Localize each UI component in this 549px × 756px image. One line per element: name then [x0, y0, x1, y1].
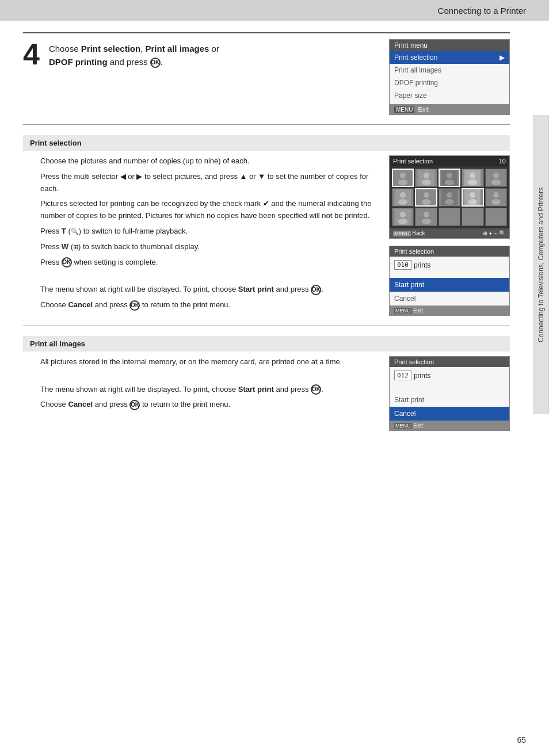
thumb-cell-5	[485, 169, 507, 187]
thumb-cell-11	[392, 208, 414, 226]
section-print-all-text: All pictures stored in the internal memo…	[23, 356, 389, 431]
pa-p2-mid: and press	[274, 385, 311, 394]
step-row: 4 Choose Print selection, Print all imag…	[23, 39, 510, 125]
ok-btn-inline2: OK	[311, 285, 321, 295]
pa-p3-before: Choose	[40, 400, 68, 408]
section-print-all-header: Print all images	[23, 336, 510, 352]
thumb-footer: MENU Back ⊕ + − 🔍	[390, 228, 509, 238]
step-bold1: Print selection	[81, 44, 140, 54]
prints-label-2: prints	[414, 372, 430, 380]
svg-point-14	[491, 180, 501, 185]
svg-point-35	[422, 219, 431, 224]
prints-count-1: 010	[394, 260, 411, 270]
confirm-cancel-2[interactable]: Cancel	[390, 407, 509, 421]
step-after: and press	[108, 57, 150, 67]
svg-point-1	[400, 173, 406, 178]
step-or: or	[209, 44, 219, 54]
pa-para3: Choose Cancel and press OK to return to …	[40, 399, 378, 411]
print-menu-item-label-2: DPOF printing	[394, 79, 438, 87]
page-number: 65	[517, 735, 526, 744]
thumb-cell-13	[439, 208, 460, 226]
step-period: .	[161, 57, 163, 67]
print-menu-footer: MENU Exit	[390, 104, 509, 114]
ps-para7: The menu shown at right will be displaye…	[40, 284, 378, 296]
section-print-selection-content: Choose the pictures and number of copies…	[23, 155, 510, 326]
cancel-label-2: Cancel	[394, 410, 415, 418]
thumb-cell-10	[485, 188, 507, 207]
thumb-cell-8	[439, 188, 460, 207]
print-menu-item-1[interactable]: Print all images	[390, 64, 509, 77]
section-print-selection-images: Print selection 10	[389, 155, 510, 316]
svg-point-13	[493, 173, 499, 178]
svg-point-28	[493, 192, 499, 198]
confirm-prints-1: 010 prints	[390, 257, 509, 273]
ok-btn-inline4: OK	[311, 384, 321, 395]
svg-point-29	[491, 199, 501, 205]
confirm-prints-2: 012 prints	[390, 367, 509, 384]
thumb-cell-6	[392, 188, 414, 207]
svg-point-2	[398, 180, 407, 185]
print-menu-box: Print menu Print selection ▶ Print all i…	[389, 39, 510, 115]
thumb-screen: Print selection 10	[389, 155, 510, 239]
ps-para5: Press W (⊞) to switch back to thumbnail …	[40, 241, 378, 253]
exit-label-2: Exit	[413, 422, 423, 429]
page-header: Connecting to a Printer	[0, 0, 549, 21]
confirm-box-1: Print selection 010 prints Start print C…	[389, 246, 510, 316]
pa-p2-after: .	[321, 385, 323, 394]
side-tab: Connecting to Televisions, Computers and…	[533, 115, 549, 414]
step-ok-btn: OK	[150, 58, 161, 68]
ps-para3: Pictures selected for printing can be re…	[40, 198, 378, 222]
print-menu-item-label-0: Print selection	[394, 54, 437, 62]
thumb-grid	[390, 166, 509, 228]
ok-btn-inline1: OK	[62, 257, 72, 268]
thumb-cell-4	[462, 169, 483, 187]
cancel-label-1: Cancel	[394, 295, 415, 303]
step-bold2: Print all images	[146, 44, 209, 54]
start-print-label-1: Start print	[394, 281, 424, 289]
confirm-cancel-1[interactable]: Cancel	[390, 292, 509, 306]
menu-label: MENU	[394, 106, 414, 113]
print-menu-item-3[interactable]: Paper size	[390, 89, 509, 102]
print-menu-title: Print menu	[390, 40, 509, 51]
svg-point-8	[445, 180, 454, 185]
thumb-cell-15	[485, 208, 507, 226]
thumb-cell-12	[415, 208, 437, 226]
exit-label-1: Exit	[413, 307, 423, 314]
confirm-start-print-2[interactable]: Start print	[390, 393, 509, 407]
svg-point-19	[424, 192, 429, 198]
step-text: Choose Print selection, Print all images…	[49, 39, 389, 68]
thumb-cell-9	[462, 188, 483, 207]
svg-point-10	[470, 173, 475, 178]
svg-point-4	[424, 173, 429, 178]
thumb-footer-controls: ⊕ + − 🔍	[483, 230, 506, 236]
thumb-screen-count: 10	[499, 158, 506, 165]
print-menu-item-2[interactable]: DPOF printing	[390, 77, 509, 89]
print-menu-item-0[interactable]: Print selection ▶	[390, 51, 509, 64]
ok-btn-inline3: OK	[129, 300, 140, 311]
ps-para8: Choose Cancel and press OK to return to …	[40, 299, 378, 311]
menu-tag-1: MENU	[394, 308, 412, 314]
thumb-cell-14	[462, 208, 483, 226]
confirm-start-print-1[interactable]: Start print	[390, 278, 509, 292]
svg-point-17	[398, 199, 407, 205]
svg-point-7	[447, 173, 452, 178]
svg-point-16	[400, 192, 406, 198]
svg-point-20	[422, 199, 431, 205]
thumb-cell-1	[392, 169, 414, 187]
section-print-selection-header: Print selection	[23, 135, 510, 151]
thumb-footer-menu: MENU Back	[393, 230, 425, 236]
section-print-all-content: All pictures stored in the internal memo…	[23, 356, 510, 440]
pa-para2: The menu shown at right will be displaye…	[40, 384, 378, 396]
main-content: 4 Choose Print selection, Print all imag…	[0, 21, 549, 463]
svg-point-32	[398, 219, 407, 224]
pa-start-print: Start print	[238, 385, 274, 394]
svg-point-26	[468, 199, 477, 205]
confirm-header-1: Print selection	[390, 246, 509, 257]
pa-p2-before: The menu shown at right will be displaye…	[40, 385, 238, 394]
ps-para1: Choose the pictures and number of copies…	[40, 155, 378, 167]
thumb-cell-2	[415, 169, 437, 187]
svg-point-25	[470, 192, 475, 198]
pa-p3-mid: and press	[93, 400, 129, 408]
step-comma: ,	[140, 44, 145, 54]
confirm-footer-2: MENU Exit	[390, 421, 509, 430]
